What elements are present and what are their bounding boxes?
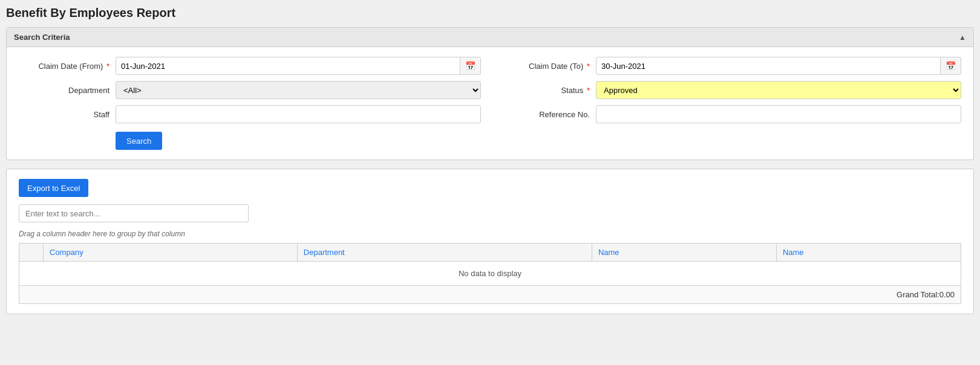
- department-row: Department <All>: [19, 81, 481, 99]
- staff-label: Staff: [19, 110, 116, 119]
- table-header-row: Company Department Name Name: [19, 244, 961, 262]
- claim-date-from-input-wrapper: 📅: [116, 57, 481, 75]
- search-button[interactable]: Search: [116, 132, 162, 150]
- claim-date-from-label: Claim Date (From) *: [19, 62, 116, 71]
- status-select[interactable]: Approved Pending Rejected: [596, 81, 961, 99]
- data-table: Company Department Name Name No data to …: [19, 243, 961, 304]
- department-label: Department: [19, 86, 116, 95]
- claim-date-to-row: Claim Date (To) * 📅: [499, 57, 961, 75]
- text-search-input[interactable]: [19, 204, 249, 222]
- status-label: Status *: [499, 86, 596, 95]
- grand-total-cell: Grand Total:0.00: [19, 286, 961, 304]
- page-title: Benefit By Employees Report: [6, 6, 974, 20]
- staff-input[interactable]: [116, 105, 481, 123]
- claim-date-from-calendar-icon[interactable]: 📅: [460, 57, 480, 74]
- table-body: No data to display Grand Total:0.00: [19, 262, 961, 304]
- claim-date-to-input[interactable]: [596, 59, 940, 74]
- results-body: Export to Excel Drag a column header her…: [7, 169, 973, 314]
- claim-date-to-label: Claim Date (To) *: [499, 62, 596, 71]
- results-card: Export to Excel Drag a column header her…: [6, 169, 974, 314]
- collapse-icon[interactable]: ▲: [959, 33, 966, 42]
- no-data-message: No data to display: [19, 262, 961, 286]
- status-row: Status * Approved Pending Rejected: [499, 81, 961, 99]
- col-header-check[interactable]: [19, 244, 44, 262]
- staff-row: Staff: [19, 105, 481, 123]
- status-required: *: [587, 86, 590, 95]
- search-criteria-body: Claim Date (From) * 📅 Department <All>: [7, 47, 973, 160]
- search-criteria-label: Search Criteria: [14, 33, 70, 42]
- form-grid: Claim Date (From) * 📅 Department <All>: [19, 57, 961, 150]
- col-header-name2[interactable]: Name: [776, 244, 961, 262]
- claim-date-from-input[interactable]: [116, 59, 460, 74]
- reference-no-input[interactable]: [596, 105, 961, 123]
- claim-date-to-required: *: [587, 62, 590, 71]
- reference-no-label: Reference No.: [499, 110, 596, 119]
- left-col: Claim Date (From) * 📅 Department <All>: [19, 57, 481, 150]
- claim-date-to-calendar-icon[interactable]: 📅: [940, 57, 961, 74]
- search-criteria-header: Search Criteria ▲: [7, 28, 973, 47]
- claim-date-from-row: Claim Date (From) * 📅: [19, 57, 481, 75]
- claim-date-from-required: *: [106, 62, 109, 71]
- no-data-row: No data to display: [19, 262, 961, 286]
- department-select[interactable]: <All>: [116, 81, 481, 99]
- drag-hint: Drag a column header here to group by th…: [19, 230, 961, 238]
- claim-date-to-input-wrapper: 📅: [596, 57, 961, 75]
- search-criteria-card: Search Criteria ▲ Claim Date (From) * 📅: [6, 27, 974, 160]
- table-header: Company Department Name Name: [19, 244, 961, 262]
- col-header-company[interactable]: Company: [44, 244, 298, 262]
- reference-no-row: Reference No.: [499, 105, 961, 123]
- export-to-excel-button[interactable]: Export to Excel: [19, 179, 88, 197]
- col-header-name1[interactable]: Name: [592, 244, 776, 262]
- col-header-department[interactable]: Department: [297, 244, 592, 262]
- right-col: Claim Date (To) * 📅 Status * Appr: [499, 57, 961, 150]
- grand-total-row: Grand Total:0.00: [19, 286, 961, 304]
